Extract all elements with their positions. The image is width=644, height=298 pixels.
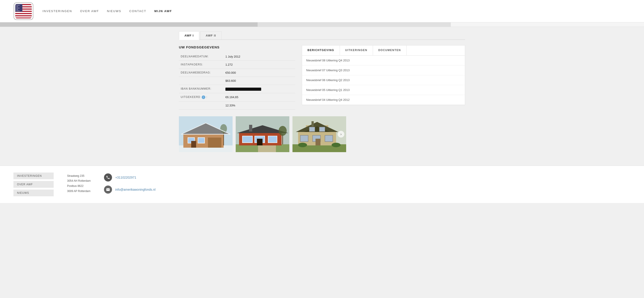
tab-berichtgeving[interactable]: BERICHTGEVING bbox=[302, 46, 340, 55]
info-icon[interactable]: i bbox=[202, 95, 205, 99]
svg-rect-29 bbox=[236, 144, 289, 152]
svg-rect-50 bbox=[319, 127, 325, 131]
svg-marker-45 bbox=[304, 126, 330, 132]
tab-documenten[interactable]: DOCUMENTEN bbox=[373, 46, 406, 55]
svg-rect-24 bbox=[191, 141, 196, 148]
svg-rect-41 bbox=[292, 144, 346, 152]
property-image-2[interactable] bbox=[236, 116, 289, 152]
svg-rect-31 bbox=[239, 133, 282, 145]
email-contact: info@amerikawoningfonds.nl bbox=[104, 186, 156, 194]
list-item[interactable]: Nieuwsbrief 08 Uitkering Q4 2013 bbox=[302, 56, 465, 65]
svg-text:★ ★ ★: ★ ★ ★ bbox=[16, 10, 20, 12]
table-row: UITGEKEERD i : €6.164,65 bbox=[179, 93, 295, 101]
svg-rect-49 bbox=[309, 127, 315, 131]
footer-nav-investeringen[interactable]: INVESTERINGEN bbox=[14, 173, 54, 179]
fondsgegevens-section: UW FONDSGEGEVENS DEELNAMEDATUM: 1 July 2… bbox=[179, 45, 295, 110]
svg-point-53 bbox=[332, 143, 340, 147]
tab-awf-i[interactable]: AWF I bbox=[179, 31, 199, 40]
nieuwsbrief-list: Nieuwsbrief 08 Uitkering Q4 2013 Nieuwsb… bbox=[302, 56, 465, 105]
label-deelnamebedrag: DEELNAMEBEDRAG: bbox=[179, 69, 224, 77]
table-row: $63.600 bbox=[179, 77, 295, 85]
address-city2: 3009 AP Rotterdam bbox=[67, 189, 90, 194]
redacted-iban bbox=[226, 88, 261, 91]
property-images: › bbox=[179, 116, 465, 152]
svg-rect-42 bbox=[298, 132, 336, 145]
footer-nav: INVESTERINGEN OVER AWF NIEUWS bbox=[14, 173, 54, 196]
phone-contact: +31102202971 bbox=[104, 174, 156, 182]
value-deelnamedatum: 1 July 2012 bbox=[224, 53, 295, 61]
label-percentage bbox=[179, 101, 224, 109]
table-row: IBAN BANKNUMMER: bbox=[179, 85, 295, 93]
house-image-3: › bbox=[292, 116, 346, 152]
fondsgegevens-title: UW FONDSGEGEVENS bbox=[179, 45, 295, 49]
fund-tabs: AWF I AWF II bbox=[179, 31, 465, 40]
panel-tabs: BERICHTGEVING UITKERINGEN DOCUMENTEN bbox=[302, 46, 465, 56]
svg-rect-21 bbox=[208, 137, 222, 148]
svg-rect-8 bbox=[15, 15, 32, 16]
list-item[interactable]: Nieuwsbrief 04 Uitkering Q4 2012 bbox=[302, 95, 465, 105]
svg-rect-33 bbox=[242, 136, 252, 143]
svg-rect-23 bbox=[198, 137, 204, 143]
svg-rect-35 bbox=[268, 136, 277, 143]
value-iban bbox=[224, 85, 295, 93]
svg-rect-37 bbox=[249, 125, 252, 131]
list-item[interactable]: Nieuwsbrief 06 Uitkering Q2 2013 bbox=[302, 75, 465, 85]
nav-mijn-awf[interactable]: MIJN AWF bbox=[154, 10, 172, 13]
footer-nav-over-awf[interactable]: OVER AWF bbox=[14, 181, 54, 188]
list-item[interactable]: Nieuwsbrief 05 Uitkering Q1 2013 bbox=[302, 85, 465, 95]
value-percentage: 12.33% bbox=[224, 101, 295, 109]
progress-segment-3 bbox=[451, 22, 644, 27]
svg-rect-40 bbox=[292, 116, 346, 152]
footer-address: Straatweg 235 3054 AH Rotterdam Postbus … bbox=[67, 173, 90, 196]
table-row: INSTAPKOERS: 1.272 bbox=[179, 61, 295, 69]
table-row: 12.33% bbox=[179, 101, 295, 109]
svg-point-39 bbox=[278, 126, 287, 136]
svg-rect-48 bbox=[325, 135, 333, 141]
footer-contact: +31102202971 info@amerikawoningfonds.nl bbox=[104, 173, 156, 196]
value-instapkoers: 1.272 bbox=[224, 61, 295, 69]
phone-icon bbox=[104, 174, 112, 182]
value-usd: $63.600 bbox=[224, 77, 295, 85]
svg-rect-28 bbox=[236, 116, 289, 152]
house-image-2 bbox=[236, 116, 289, 152]
svg-point-26 bbox=[220, 124, 227, 133]
svg-rect-17 bbox=[179, 116, 232, 152]
svg-rect-34 bbox=[255, 136, 265, 143]
property-image-3[interactable]: › bbox=[292, 116, 346, 152]
nav-investeringen[interactable]: INVESTERINGEN bbox=[42, 10, 72, 13]
table-row: DEELNAMEBEDRAG: €50.000 bbox=[179, 69, 295, 77]
nav-over-awf[interactable]: OVER AWF bbox=[80, 10, 99, 13]
label-iban: IBAN BANKNUMMER: bbox=[179, 85, 224, 93]
table-row: DEELNAMEDATUM: 1 July 2012 bbox=[179, 53, 295, 61]
value-deelnamebedrag: €50.000 bbox=[224, 69, 295, 77]
svg-rect-18 bbox=[179, 145, 232, 152]
main-content: AWF I AWF II UW FONDSGEGEVENS DEELNAMEDA… bbox=[166, 27, 478, 161]
tab-uitkeringen[interactable]: UITKERINGEN bbox=[340, 46, 373, 55]
svg-rect-36 bbox=[257, 139, 262, 145]
svg-rect-54 bbox=[312, 121, 314, 127]
address-pobox: Postbus 8622 bbox=[67, 184, 90, 189]
progress-segment-2 bbox=[258, 22, 451, 27]
logo[interactable]: ★ ★ ★ ★ ★ ★ ★ ★ ★ ★ ★ ★ ★ bbox=[14, 2, 34, 20]
property-image-1[interactable] bbox=[179, 116, 232, 152]
footer-nav-nieuws[interactable]: NIEUWS bbox=[14, 190, 54, 196]
svg-rect-30 bbox=[258, 144, 276, 152]
label-uitgekeerd: UITGEKEERD i : bbox=[179, 93, 224, 101]
carousel-next-arrow[interactable]: › bbox=[338, 131, 344, 137]
header: ★ ★ ★ ★ ★ ★ ★ ★ ★ ★ ★ ★ ★ INVESTERINGEN … bbox=[0, 0, 644, 22]
svg-rect-51 bbox=[316, 139, 320, 145]
list-item[interactable]: Nieuwsbrief 07 Uitkering Q3 2013 bbox=[302, 65, 465, 75]
nav-nieuws[interactable]: NIEUWS bbox=[107, 10, 121, 13]
label-instapkoers: INSTAPKOERS: bbox=[179, 61, 224, 69]
svg-rect-46 bbox=[300, 135, 308, 141]
fonds-table: DEELNAMEDATUM: 1 July 2012 INSTAPKOERS: … bbox=[179, 53, 295, 110]
phone-number[interactable]: +31102202971 bbox=[115, 176, 136, 179]
svg-rect-22 bbox=[188, 137, 194, 143]
address-street: Straatweg 235 bbox=[67, 174, 90, 179]
footer: INVESTERINGEN OVER AWF NIEUWS Straatweg … bbox=[0, 166, 644, 203]
address-city1: 3054 AH Rotterdam bbox=[67, 178, 90, 184]
email-address[interactable]: info@amerikawoningfonds.nl bbox=[115, 188, 156, 191]
nav-contact[interactable]: CONTACT bbox=[129, 10, 146, 13]
svg-point-52 bbox=[298, 143, 307, 147]
tab-awf-ii[interactable]: AWF II bbox=[200, 31, 222, 39]
